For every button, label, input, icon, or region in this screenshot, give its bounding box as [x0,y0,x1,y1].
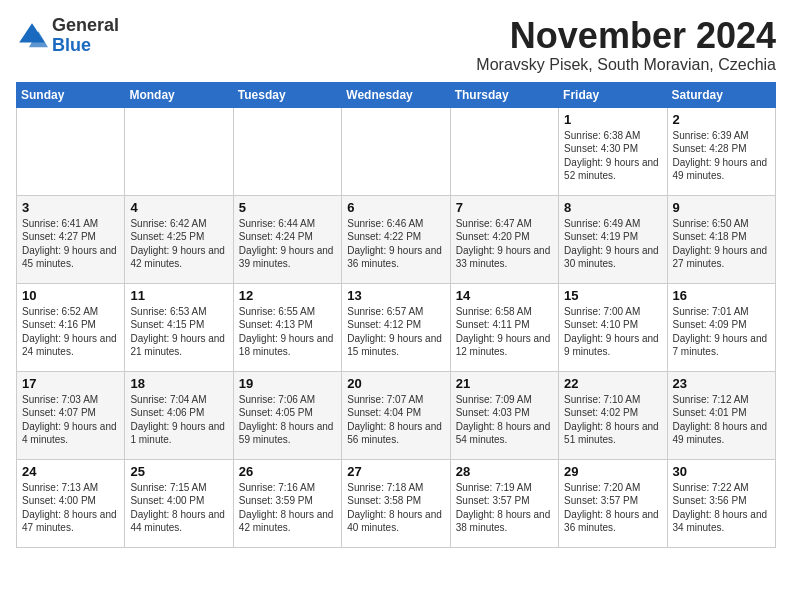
day-info: Sunrise: 6:49 AM Sunset: 4:19 PM Dayligh… [564,217,661,271]
calendar-cell: 28Sunrise: 7:19 AM Sunset: 3:57 PM Dayli… [450,459,558,547]
calendar-week-row: 24Sunrise: 7:13 AM Sunset: 4:00 PM Dayli… [17,459,776,547]
calendar-week-row: 3Sunrise: 6:41 AM Sunset: 4:27 PM Daylig… [17,195,776,283]
day-number: 23 [673,376,770,391]
calendar-cell: 18Sunrise: 7:04 AM Sunset: 4:06 PM Dayli… [125,371,233,459]
header-row: SundayMondayTuesdayWednesdayThursdayFrid… [17,82,776,107]
day-info: Sunrise: 6:44 AM Sunset: 4:24 PM Dayligh… [239,217,336,271]
calendar-cell: 6Sunrise: 6:46 AM Sunset: 4:22 PM Daylig… [342,195,450,283]
header-day: Thursday [450,82,558,107]
day-number: 22 [564,376,661,391]
calendar-cell: 27Sunrise: 7:18 AM Sunset: 3:58 PM Dayli… [342,459,450,547]
month-title: November 2024 [476,16,776,56]
day-number: 13 [347,288,444,303]
calendar-cell: 14Sunrise: 6:58 AM Sunset: 4:11 PM Dayli… [450,283,558,371]
day-info: Sunrise: 7:00 AM Sunset: 4:10 PM Dayligh… [564,305,661,359]
day-number: 5 [239,200,336,215]
logo: General Blue [16,16,119,56]
calendar-cell [125,107,233,195]
day-number: 25 [130,464,227,479]
day-number: 15 [564,288,661,303]
page-header: General Blue November 2024 Moravsky Pise… [16,16,776,74]
calendar-cell: 5Sunrise: 6:44 AM Sunset: 4:24 PM Daylig… [233,195,341,283]
day-info: Sunrise: 7:04 AM Sunset: 4:06 PM Dayligh… [130,393,227,447]
day-info: Sunrise: 6:39 AM Sunset: 4:28 PM Dayligh… [673,129,770,183]
day-info: Sunrise: 7:12 AM Sunset: 4:01 PM Dayligh… [673,393,770,447]
day-number: 4 [130,200,227,215]
header-day: Wednesday [342,82,450,107]
title-area: November 2024 Moravsky Pisek, South Mora… [476,16,776,74]
day-info: Sunrise: 6:47 AM Sunset: 4:20 PM Dayligh… [456,217,553,271]
calendar-cell: 30Sunrise: 7:22 AM Sunset: 3:56 PM Dayli… [667,459,775,547]
day-info: Sunrise: 7:15 AM Sunset: 4:00 PM Dayligh… [130,481,227,535]
logo-icon [16,20,48,52]
location-subtitle: Moravsky Pisek, South Moravian, Czechia [476,56,776,74]
calendar-cell: 26Sunrise: 7:16 AM Sunset: 3:59 PM Dayli… [233,459,341,547]
day-info: Sunrise: 7:09 AM Sunset: 4:03 PM Dayligh… [456,393,553,447]
header-day: Tuesday [233,82,341,107]
calendar-cell [450,107,558,195]
calendar-cell: 13Sunrise: 6:57 AM Sunset: 4:12 PM Dayli… [342,283,450,371]
calendar-cell: 16Sunrise: 7:01 AM Sunset: 4:09 PM Dayli… [667,283,775,371]
calendar-cell: 7Sunrise: 6:47 AM Sunset: 4:20 PM Daylig… [450,195,558,283]
day-number: 6 [347,200,444,215]
calendar-cell: 3Sunrise: 6:41 AM Sunset: 4:27 PM Daylig… [17,195,125,283]
calendar-week-row: 10Sunrise: 6:52 AM Sunset: 4:16 PM Dayli… [17,283,776,371]
calendar-cell [233,107,341,195]
day-number: 26 [239,464,336,479]
calendar-cell [17,107,125,195]
day-number: 24 [22,464,119,479]
day-number: 14 [456,288,553,303]
day-info: Sunrise: 7:07 AM Sunset: 4:04 PM Dayligh… [347,393,444,447]
calendar-cell: 10Sunrise: 6:52 AM Sunset: 4:16 PM Dayli… [17,283,125,371]
header-day: Saturday [667,82,775,107]
day-number: 8 [564,200,661,215]
calendar-cell [342,107,450,195]
calendar-cell: 8Sunrise: 6:49 AM Sunset: 4:19 PM Daylig… [559,195,667,283]
day-info: Sunrise: 6:58 AM Sunset: 4:11 PM Dayligh… [456,305,553,359]
day-info: Sunrise: 7:06 AM Sunset: 4:05 PM Dayligh… [239,393,336,447]
day-number: 16 [673,288,770,303]
day-info: Sunrise: 6:53 AM Sunset: 4:15 PM Dayligh… [130,305,227,359]
day-info: Sunrise: 7:18 AM Sunset: 3:58 PM Dayligh… [347,481,444,535]
day-number: 2 [673,112,770,127]
day-info: Sunrise: 7:16 AM Sunset: 3:59 PM Dayligh… [239,481,336,535]
logo-general-text: General [52,16,119,36]
calendar-cell: 9Sunrise: 6:50 AM Sunset: 4:18 PM Daylig… [667,195,775,283]
header-day: Friday [559,82,667,107]
header-day: Monday [125,82,233,107]
day-number: 12 [239,288,336,303]
day-info: Sunrise: 7:01 AM Sunset: 4:09 PM Dayligh… [673,305,770,359]
logo-blue-text: Blue [52,36,119,56]
calendar-cell: 24Sunrise: 7:13 AM Sunset: 4:00 PM Dayli… [17,459,125,547]
day-number: 20 [347,376,444,391]
day-info: Sunrise: 7:20 AM Sunset: 3:57 PM Dayligh… [564,481,661,535]
calendar-cell: 17Sunrise: 7:03 AM Sunset: 4:07 PM Dayli… [17,371,125,459]
day-info: Sunrise: 7:03 AM Sunset: 4:07 PM Dayligh… [22,393,119,447]
calendar-cell: 11Sunrise: 6:53 AM Sunset: 4:15 PM Dayli… [125,283,233,371]
calendar-cell: 12Sunrise: 6:55 AM Sunset: 4:13 PM Dayli… [233,283,341,371]
day-info: Sunrise: 6:50 AM Sunset: 4:18 PM Dayligh… [673,217,770,271]
calendar-cell: 29Sunrise: 7:20 AM Sunset: 3:57 PM Dayli… [559,459,667,547]
day-info: Sunrise: 7:10 AM Sunset: 4:02 PM Dayligh… [564,393,661,447]
day-number: 19 [239,376,336,391]
day-number: 21 [456,376,553,391]
day-number: 11 [130,288,227,303]
calendar-cell: 21Sunrise: 7:09 AM Sunset: 4:03 PM Dayli… [450,371,558,459]
calendar-table: SundayMondayTuesdayWednesdayThursdayFrid… [16,82,776,548]
day-number: 18 [130,376,227,391]
day-info: Sunrise: 7:13 AM Sunset: 4:00 PM Dayligh… [22,481,119,535]
day-number: 1 [564,112,661,127]
calendar-week-row: 1Sunrise: 6:38 AM Sunset: 4:30 PM Daylig… [17,107,776,195]
day-number: 17 [22,376,119,391]
day-number: 9 [673,200,770,215]
day-info: Sunrise: 6:38 AM Sunset: 4:30 PM Dayligh… [564,129,661,183]
calendar-cell: 25Sunrise: 7:15 AM Sunset: 4:00 PM Dayli… [125,459,233,547]
day-number: 29 [564,464,661,479]
day-info: Sunrise: 7:22 AM Sunset: 3:56 PM Dayligh… [673,481,770,535]
calendar-cell: 22Sunrise: 7:10 AM Sunset: 4:02 PM Dayli… [559,371,667,459]
day-number: 3 [22,200,119,215]
day-info: Sunrise: 7:19 AM Sunset: 3:57 PM Dayligh… [456,481,553,535]
calendar-cell: 20Sunrise: 7:07 AM Sunset: 4:04 PM Dayli… [342,371,450,459]
calendar-cell: 23Sunrise: 7:12 AM Sunset: 4:01 PM Dayli… [667,371,775,459]
day-number: 30 [673,464,770,479]
